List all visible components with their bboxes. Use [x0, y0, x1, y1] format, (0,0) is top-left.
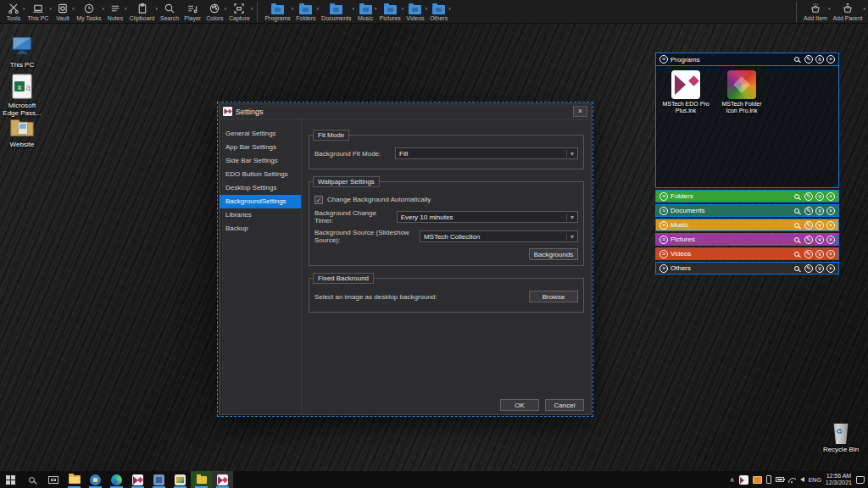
documents-panel-bar[interactable]: ≡ Documents ✎ ∨ × [655, 204, 839, 217]
others-panel-bar[interactable]: ≡ Others ✎ ∨ × [655, 262, 839, 274]
taskbar-app-edge[interactable] [106, 471, 127, 488]
menu-icon[interactable]: ≡ [659, 236, 668, 244]
menu-icon[interactable]: ≡ [659, 250, 668, 258]
battery-icon[interactable] [776, 477, 784, 482]
backgrounds-button[interactable]: Backgrounds [529, 248, 578, 260]
fit-mode-dropdown[interactable]: Fill ▾ [395, 147, 578, 159]
taskbar-app-mstech-edo[interactable] [127, 471, 148, 488]
desktop-icon-this-pc[interactable]: This PC [0, 34, 44, 69]
search-icon[interactable] [794, 252, 799, 257]
close-icon[interactable]: × [573, 106, 587, 117]
expand-icon[interactable]: ∨ [815, 236, 824, 244]
add-parent-button[interactable]: Add Parent [830, 2, 865, 21]
language-indicator[interactable]: ENG [809, 477, 821, 483]
toolbar-item-tools[interactable]: Tools [3, 2, 25, 21]
menu-icon[interactable]: ≡ [659, 55, 668, 64]
taskbar-app-folder-tool[interactable] [191, 471, 212, 488]
edit-icon[interactable]: ✎ [804, 250, 813, 258]
toolbar-item-player[interactable]: Player [181, 2, 203, 21]
dropdown-arrow-icon[interactable]: ▾ [448, 6, 451, 11]
program-shortcut-folder-icon-pro[interactable]: MSTech Folder Icon Pro.lnk [715, 70, 768, 114]
start-button[interactable] [0, 471, 21, 488]
programs-panel-header[interactable]: ≡ Programs ✎ ∧ × [656, 53, 838, 66]
close-icon[interactable]: × [826, 192, 835, 201]
nav-item-side-bar-settings[interactable]: Side Bar Settings [220, 154, 301, 168]
change-timer-dropdown[interactable]: Every 10 minutes ▾ [397, 211, 578, 223]
task-view-button[interactable] [42, 471, 64, 488]
music-panel-bar[interactable]: ≡ Music ✎ ∨ × [655, 219, 839, 231]
toolbar-item-clipboard[interactable]: Clipboard [127, 2, 158, 21]
search-icon[interactable] [794, 194, 799, 199]
toolbar-item-search[interactable]: Search [158, 2, 181, 21]
expand-icon[interactable]: ∨ [815, 221, 824, 230]
desktop-icon-website[interactable]: Website [0, 115, 44, 148]
toolbar-category-others[interactable]: Others [427, 2, 450, 21]
edit-icon[interactable]: ✎ [804, 264, 813, 273]
background-source-dropdown[interactable]: MSTech Collection ▾ [420, 230, 578, 242]
nav-item-background-settings[interactable]: BackgroundSettings [220, 195, 301, 208]
toolbar-item-notes[interactable]: Notes [104, 2, 126, 21]
menu-icon[interactable]: ≡ [659, 221, 668, 230]
toolbar-category-videos[interactable]: Videos [403, 2, 426, 21]
toolbar-item-vault[interactable]: Vault [52, 2, 74, 21]
action-center-icon[interactable] [856, 476, 865, 484]
toolbar-item-colors[interactable]: Colors [203, 2, 225, 21]
edit-icon[interactable]: ✎ [804, 55, 813, 64]
search-icon[interactable] [794, 57, 799, 62]
dropdown-arrow-icon[interactable]: ▾ [251, 6, 253, 11]
close-icon[interactable]: × [826, 221, 835, 230]
taskbar-app-blue-app[interactable] [148, 471, 170, 488]
edit-icon[interactable]: ✎ [804, 207, 813, 215]
speaker-icon[interactable] [800, 477, 804, 482]
expand-icon[interactable]: ∨ [815, 250, 824, 258]
wifi-icon[interactable] [788, 477, 796, 483]
phone-icon[interactable] [766, 475, 771, 484]
nav-item-general-settings[interactable]: General Settings [220, 127, 301, 141]
nav-item-backup[interactable]: Backup [220, 222, 301, 236]
auto-change-checkbox[interactable]: ✓ [314, 196, 323, 204]
clock[interactable]: 12:56 AM 12/3/2021 [826, 473, 852, 486]
desktop-icon-edge-pass[interactable]: x a Microsoft Edge Pass... [0, 73, 44, 117]
menu-icon[interactable]: ≡ [659, 207, 668, 215]
folders-panel-bar[interactable]: ≡ Folders ✎ ∨ × [655, 190, 839, 202]
toolbar-item-my-tasks[interactable]: My Tasks [74, 2, 103, 21]
search-icon[interactable] [794, 223, 799, 228]
toolbar-category-pictures[interactable]: Pictures [377, 2, 403, 21]
toolbar-item-this-pc[interactable]: This PC [25, 2, 52, 21]
edit-icon[interactable]: ✎ [804, 236, 813, 244]
collapse-icon[interactable]: ∧ [815, 55, 824, 64]
nav-item-libraries[interactable]: Libraries [220, 208, 301, 222]
close-icon[interactable]: × [826, 207, 835, 215]
tray-orange-app-icon[interactable] [753, 476, 762, 484]
close-icon[interactable]: × [826, 264, 835, 273]
toolbar-category-programs[interactable]: Programs [262, 2, 292, 21]
taskbar-app-settings-tool[interactable] [85, 471, 106, 488]
expand-icon[interactable]: ∨ [815, 192, 824, 201]
search-icon[interactable] [794, 266, 799, 271]
taskbar-app-file-explorer[interactable] [64, 471, 85, 488]
toolbar-category-documents[interactable]: Documents [319, 2, 353, 21]
menu-icon[interactable]: ≡ [659, 264, 668, 273]
toolbar-item-capture[interactable]: Capture [226, 2, 253, 21]
taskbar-app-mstech-settings[interactable] [212, 471, 233, 488]
taskbar-app-picture-app[interactable] [170, 471, 191, 488]
tray-overflow-chevron-icon[interactable]: ∧ [730, 476, 735, 484]
taskbar-search-button[interactable] [21, 471, 42, 488]
nav-item-app-bar-settings[interactable]: App Bar Settings [220, 141, 301, 154]
cancel-button[interactable]: Cancel [545, 399, 584, 411]
dropdown-arrow-icon[interactable]: ▾ [863, 6, 865, 11]
toolbar-category-folders[interactable]: Folders [293, 2, 318, 21]
nav-item-desktop-settings[interactable]: Desktop Settings [220, 181, 301, 195]
videos-panel-bar[interactable]: ≡ Videos ✎ ∨ × [655, 247, 839, 260]
dialog-titlebar[interactable]: Settings × [220, 104, 591, 119]
close-icon[interactable]: × [826, 55, 835, 64]
add-item-button[interactable]: Add Item [801, 2, 830, 21]
tray-mstech-icon[interactable] [739, 475, 748, 485]
close-icon[interactable]: × [826, 236, 835, 244]
program-shortcut-edo-pro[interactable]: MSTech EDO Pro Plus.lnk [659, 70, 712, 114]
expand-icon[interactable]: ∨ [815, 264, 824, 273]
ok-button[interactable]: OK [500, 399, 539, 411]
edit-icon[interactable]: ✎ [804, 192, 813, 201]
desktop-icon-recycle-bin[interactable]: Recycle Bin [815, 424, 866, 453]
search-icon[interactable] [794, 237, 799, 242]
